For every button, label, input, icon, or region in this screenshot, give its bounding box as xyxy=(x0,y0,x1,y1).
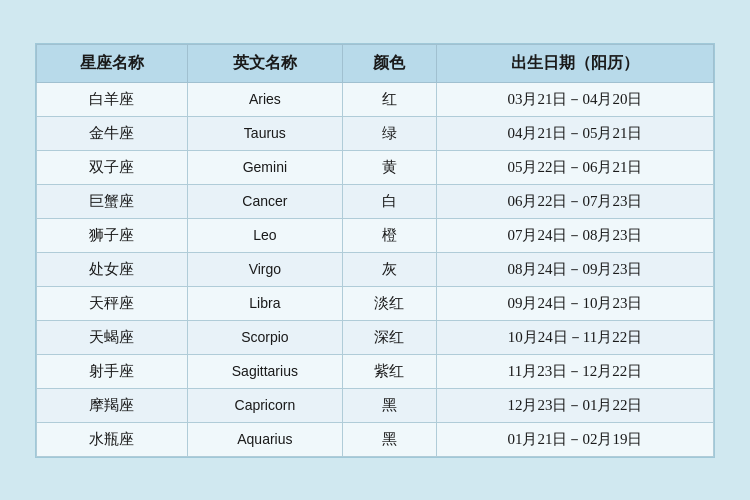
cell-english-name: Leo xyxy=(187,218,342,252)
header-chinese-name: 星座名称 xyxy=(37,44,188,82)
table-row: 白羊座Aries红03月21日－04月20日 xyxy=(37,82,714,116)
cell-english-name: Virgo xyxy=(187,252,342,286)
cell-dates: 08月24日－09月23日 xyxy=(436,252,713,286)
cell-chinese-name: 巨蟹座 xyxy=(37,184,188,218)
cell-chinese-name: 射手座 xyxy=(37,354,188,388)
cell-chinese-name: 水瓶座 xyxy=(37,422,188,456)
table-row: 狮子座Leo橙07月24日－08月23日 xyxy=(37,218,714,252)
cell-english-name: Libra xyxy=(187,286,342,320)
header-dates: 出生日期（阳历） xyxy=(436,44,713,82)
cell-color: 紫红 xyxy=(342,354,436,388)
cell-dates: 09月24日－10月23日 xyxy=(436,286,713,320)
cell-color: 深红 xyxy=(342,320,436,354)
table-row: 射手座Sagittarius紫红11月23日－12月22日 xyxy=(37,354,714,388)
cell-chinese-name: 金牛座 xyxy=(37,116,188,150)
cell-dates: 03月21日－04月20日 xyxy=(436,82,713,116)
cell-chinese-name: 白羊座 xyxy=(37,82,188,116)
cell-dates: 05月22日－06月21日 xyxy=(436,150,713,184)
cell-chinese-name: 狮子座 xyxy=(37,218,188,252)
cell-chinese-name: 摩羯座 xyxy=(37,388,188,422)
cell-color: 橙 xyxy=(342,218,436,252)
cell-color: 绿 xyxy=(342,116,436,150)
cell-color: 红 xyxy=(342,82,436,116)
cell-color: 白 xyxy=(342,184,436,218)
zodiac-table-container: 星座名称 英文名称 颜色 出生日期（阳历） 白羊座Aries红03月21日－04… xyxy=(35,43,715,458)
table-row: 天蝎座Scorpio深红10月24日－11月22日 xyxy=(37,320,714,354)
cell-dates: 01月21日－02月19日 xyxy=(436,422,713,456)
cell-dates: 12月23日－01月22日 xyxy=(436,388,713,422)
cell-english-name: Gemini xyxy=(187,150,342,184)
cell-dates: 07月24日－08月23日 xyxy=(436,218,713,252)
header-color: 颜色 xyxy=(342,44,436,82)
cell-color: 淡红 xyxy=(342,286,436,320)
table-row: 金牛座Taurus绿04月21日－05月21日 xyxy=(37,116,714,150)
cell-color: 黑 xyxy=(342,388,436,422)
cell-color: 灰 xyxy=(342,252,436,286)
table-row: 摩羯座Capricorn黑12月23日－01月22日 xyxy=(37,388,714,422)
cell-english-name: Taurus xyxy=(187,116,342,150)
zodiac-table: 星座名称 英文名称 颜色 出生日期（阳历） 白羊座Aries红03月21日－04… xyxy=(36,44,714,457)
table-row: 处女座Virgo灰08月24日－09月23日 xyxy=(37,252,714,286)
cell-english-name: Aquarius xyxy=(187,422,342,456)
cell-english-name: Aries xyxy=(187,82,342,116)
cell-chinese-name: 处女座 xyxy=(37,252,188,286)
cell-english-name: Sagittarius xyxy=(187,354,342,388)
table-row: 双子座Gemini黄05月22日－06月21日 xyxy=(37,150,714,184)
cell-english-name: Cancer xyxy=(187,184,342,218)
table-header-row: 星座名称 英文名称 颜色 出生日期（阳历） xyxy=(37,44,714,82)
cell-english-name: Capricorn xyxy=(187,388,342,422)
cell-dates: 04月21日－05月21日 xyxy=(436,116,713,150)
header-english-name: 英文名称 xyxy=(187,44,342,82)
cell-chinese-name: 天蝎座 xyxy=(37,320,188,354)
cell-dates: 10月24日－11月22日 xyxy=(436,320,713,354)
cell-dates: 06月22日－07月23日 xyxy=(436,184,713,218)
table-row: 巨蟹座Cancer白06月22日－07月23日 xyxy=(37,184,714,218)
cell-color: 黄 xyxy=(342,150,436,184)
cell-color: 黑 xyxy=(342,422,436,456)
cell-chinese-name: 双子座 xyxy=(37,150,188,184)
cell-chinese-name: 天秤座 xyxy=(37,286,188,320)
cell-english-name: Scorpio xyxy=(187,320,342,354)
table-row: 天秤座Libra淡红09月24日－10月23日 xyxy=(37,286,714,320)
cell-dates: 11月23日－12月22日 xyxy=(436,354,713,388)
table-row: 水瓶座Aquarius黑01月21日－02月19日 xyxy=(37,422,714,456)
